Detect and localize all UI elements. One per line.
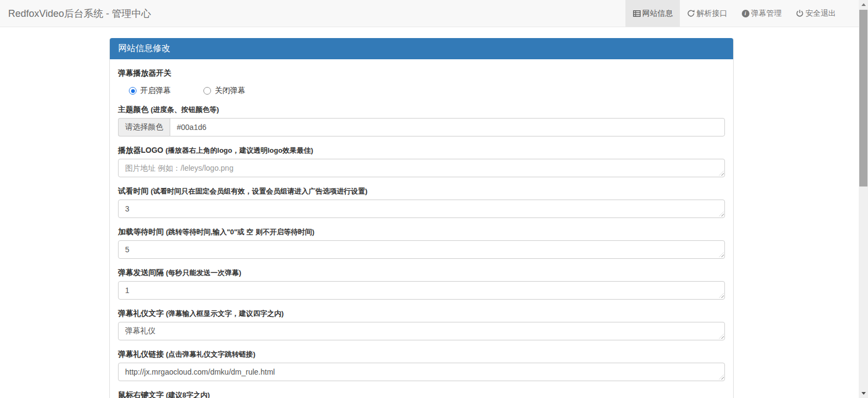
send-interval-label: 弹幕发送间隔(每秒只能发送一次弹幕)	[118, 267, 725, 278]
player-logo-field-wrap	[118, 159, 725, 177]
power-icon	[796, 9, 804, 17]
app-title[interactable]: RedfoxVideo后台系统 - 管理中心	[0, 0, 159, 27]
right-click-text-group: 鼠标右键文字(建议8字之内)	[118, 389, 725, 398]
etiquette-link-hint: (点击弹幕礼仪文字跳转链接)	[166, 350, 256, 358]
theme-color-label: 主题颜色(进度条、按钮颜色等)	[118, 104, 725, 115]
nav-item-danmaku-manage[interactable]: 弹幕管理	[734, 0, 789, 27]
scroll-down-arrow-icon	[861, 392, 866, 395]
navbar-menu: 网站信息 解析接口 弹幕管理 安全退出	[625, 0, 843, 27]
radio-label: 开启弹幕	[140, 86, 171, 96]
refresh-icon	[687, 9, 695, 17]
nav-item-logout[interactable]: 安全退出	[789, 0, 843, 27]
info-icon	[741, 9, 749, 17]
top-navbar: RedfoxVideo后台系统 - 管理中心 网站信息 解析接口	[0, 0, 868, 27]
radio-label: 关闭弹幕	[215, 86, 245, 96]
nav-item-label: 弹幕管理	[751, 9, 782, 18]
radio-checked-icon[interactable]	[129, 87, 137, 95]
theme-color-input-group: 请选择颜色	[118, 118, 725, 136]
main-content: 网站信息修改 弹幕播放器开关 开启弹幕 关闭弹幕 主题颜色(进度条、按钮颜色等)…	[0, 38, 868, 398]
etiquette-text-hint: (弹幕输入框显示文字，建议四字之内)	[166, 309, 284, 318]
right-click-text-hint: (建议8字之内)	[166, 391, 210, 398]
player-logo-group: 播放器LOGO(播放器右上角的logo，建议透明logo效果最佳)	[118, 145, 725, 177]
nav-item-parse-api[interactable]: 解析接口	[680, 0, 734, 27]
theme-color-input[interactable]	[170, 118, 725, 136]
player-logo-hint: (播放器右上角的logo，建议透明logo效果最佳)	[165, 146, 313, 154]
etiquette-link-group: 弹幕礼仪链接(点击弹幕礼仪文字跳转链接)	[118, 349, 725, 381]
etiquette-text-label: 弹幕礼仪文字(弹幕输入框显示文字，建议四字之内)	[118, 308, 725, 319]
trial-time-hint: (试看时间只在固定会员组有效，设置会员组请进入广告选项进行设置)	[151, 187, 368, 195]
nav-item-label: 解析接口	[697, 9, 727, 18]
scroll-up-arrow-icon	[861, 3, 866, 6]
etiquette-link-label: 弹幕礼仪链接(点击弹幕礼仪文字跳转链接)	[118, 349, 725, 360]
player-logo-label: 播放器LOGO(播放器右上角的logo，建议透明logo效果最佳)	[118, 145, 725, 156]
color-picker-addon[interactable]: 请选择颜色	[118, 118, 170, 136]
trial-time-field-wrap	[118, 200, 725, 218]
nav-item-label: 网站信息	[642, 9, 673, 18]
send-interval-hint: (每秒只能发送一次弹幕)	[166, 269, 241, 277]
right-click-text-label: 鼠标右键文字(建议8字之内)	[118, 389, 725, 398]
nav-item-site-info[interactable]: 网站信息	[625, 0, 680, 27]
trial-time-group: 试看时间(试看时间只在固定会员组有效，设置会员组请进入广告选项进行设置)	[118, 185, 725, 218]
load-wait-input[interactable]	[118, 240, 725, 259]
theme-color-group: 主题颜色(进度条、按钮颜色等) 请选择颜色	[118, 104, 725, 136]
panel-title: 网站信息修改	[110, 38, 733, 59]
nav-item-label: 安全退出	[805, 9, 836, 18]
site-info-panel: 网站信息修改 弹幕播放器开关 开启弹幕 关闭弹幕 主题颜色(进度条、按钮颜色等)…	[109, 38, 734, 398]
load-wait-label: 加载等待时间(跳转等待时间,输入"0"或 空 则不开启等待时间)	[118, 226, 725, 238]
etiquette-link-field-wrap	[118, 363, 725, 381]
th-list-icon	[633, 9, 641, 17]
trial-time-input[interactable]	[118, 200, 725, 218]
danmaku-switch-label: 弹幕播放器开关	[118, 67, 725, 78]
scrollbar-thumb[interactable]	[859, 10, 867, 186]
send-interval-group: 弹幕发送间隔(每秒只能发送一次弹幕)	[118, 267, 725, 300]
danmaku-switch-group: 开启弹幕 关闭弹幕	[118, 81, 725, 101]
trial-time-label: 试看时间(试看时间只在固定会员组有效，设置会员组请进入广告选项进行设置)	[118, 185, 725, 197]
site-info-form: 弹幕播放器开关 开启弹幕 关闭弹幕 主题颜色(进度条、按钮颜色等) 请选择颜色	[110, 59, 733, 398]
load-wait-group: 加载等待时间(跳转等待时间,输入"0"或 空 则不开启等待时间)	[118, 226, 725, 259]
vertical-scrollbar[interactable]	[859, 0, 868, 398]
theme-color-hint: (进度条、按钮颜色等)	[151, 105, 219, 114]
send-interval-field-wrap	[118, 281, 725, 300]
etiquette-text-input[interactable]	[118, 322, 725, 340]
etiquette-text-group: 弹幕礼仪文字(弹幕输入框显示文字，建议四字之内)	[118, 308, 725, 340]
radio-danmaku-on[interactable]: 开启弹幕	[129, 86, 171, 96]
player-logo-input[interactable]	[118, 159, 725, 177]
load-wait-hint: (跳转等待时间,输入"0"或 空 则不开启等待时间)	[166, 228, 314, 236]
radio-unchecked-icon[interactable]	[203, 87, 211, 95]
etiquette-link-input[interactable]	[118, 363, 725, 381]
radio-danmaku-off[interactable]: 关闭弹幕	[203, 86, 245, 96]
scrollbar-down-button[interactable]	[859, 389, 868, 398]
send-interval-input[interactable]	[118, 281, 725, 300]
etiquette-text-field-wrap	[118, 322, 725, 340]
load-wait-field-wrap	[118, 240, 725, 259]
scrollbar-up-button[interactable]	[859, 0, 868, 9]
